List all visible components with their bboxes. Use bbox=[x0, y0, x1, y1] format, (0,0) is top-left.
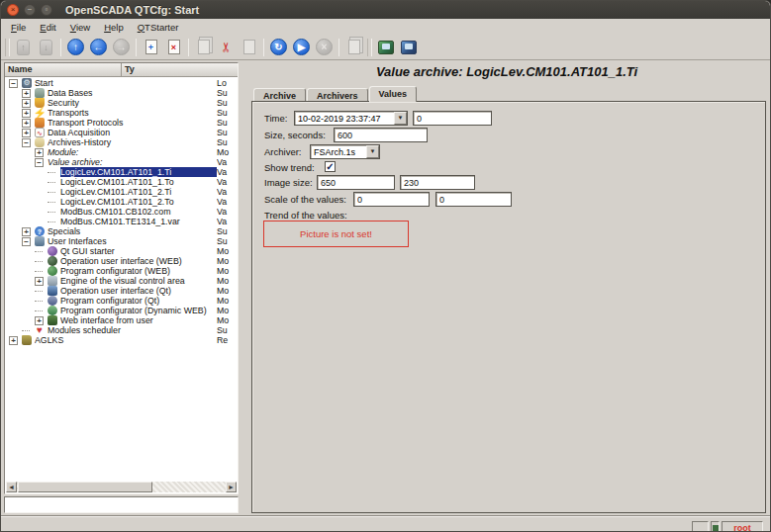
collapse-minus-icon[interactable]: − bbox=[9, 79, 18, 88]
size-seconds-label: Size, seconds: bbox=[264, 130, 326, 140]
time-dropdown[interactable]: 10-02-2019 23:37:47 ▼ bbox=[294, 111, 408, 126]
menu-file[interactable]: File bbox=[4, 21, 33, 34]
tree-item[interactable]: ModBus.CM101.CB102.comVa bbox=[5, 207, 238, 217]
scrollbar-thumb[interactable] bbox=[18, 482, 152, 492]
app-window: × − ▫ OpenSCADA QTCfg: Start FileEditVie… bbox=[0, 0, 771, 532]
tree-item-label: Module: bbox=[48, 147, 238, 157]
tab-values[interactable]: Values bbox=[369, 86, 418, 102]
tree-item[interactable]: +Module:Mo bbox=[5, 147, 238, 157]
image-height-field[interactable] bbox=[400, 175, 475, 190]
scroll-left-icon[interactable]: ◄ bbox=[6, 482, 17, 492]
tree-item[interactable]: +Transport ProtocolsSu bbox=[5, 118, 238, 128]
tree-connector bbox=[48, 212, 55, 213]
tree-item[interactable]: Program configurator (Qt)Mo bbox=[5, 296, 238, 306]
book-icon bbox=[348, 40, 360, 54]
tree-item[interactable]: Program configurator (Dynamic WEB)Mo bbox=[5, 306, 238, 315]
cut-item-button[interactable]: ✂ bbox=[215, 37, 238, 58]
menu-bar: FileEditViewHelpQTStarter bbox=[1, 19, 770, 35]
databases-icon bbox=[35, 88, 45, 98]
aglks-station-icon bbox=[22, 335, 32, 345]
archiver-dropdown[interactable]: FSArch.1s ▼ bbox=[310, 144, 380, 159]
collapse-minus-icon[interactable]: − bbox=[35, 158, 44, 167]
tree-header[interactable]: Name Ty bbox=[5, 63, 238, 77]
tab-archivers[interactable]: Archivers bbox=[307, 88, 368, 102]
tree-item[interactable]: +?SpecialsSu bbox=[5, 226, 238, 236]
tree-item[interactable]: +Engine of the visual control areaMo bbox=[5, 276, 238, 286]
tree-item[interactable]: Operation user interface (WEB)Mo bbox=[5, 256, 238, 266]
status-user[interactable]: root bbox=[722, 521, 763, 532]
maximize-button[interactable]: ▫ bbox=[41, 4, 52, 16]
specials-icon: ? bbox=[35, 226, 45, 236]
expand-plus-icon[interactable]: + bbox=[22, 99, 31, 108]
qtstarter-configurator-button[interactable] bbox=[397, 37, 420, 58]
title-bar[interactable]: × − ▫ OpenSCADA QTCfg: Start bbox=[1, 1, 770, 19]
time-extra-field[interactable] bbox=[413, 111, 492, 126]
expand-plus-icon[interactable]: + bbox=[22, 109, 31, 118]
qtstarter-operation-ui-button[interactable] bbox=[374, 37, 397, 58]
tree-item[interactable]: −Value archive:Va bbox=[5, 157, 238, 167]
tree-column-type[interactable]: Ty bbox=[122, 63, 238, 76]
up-level-button[interactable]: ↑ bbox=[64, 37, 87, 58]
tree-item[interactable]: +Data BasesSu bbox=[5, 88, 238, 98]
tree-item[interactable]: LogicLev.CM101.AT101_2.ToVa bbox=[5, 197, 238, 207]
image-width-field[interactable] bbox=[317, 175, 395, 190]
expand-plus-icon[interactable]: + bbox=[22, 227, 31, 236]
scale-min-field[interactable] bbox=[353, 192, 430, 207]
menu-edit[interactable]: Edit bbox=[33, 21, 62, 34]
refresh-button[interactable]: ↻ bbox=[267, 37, 290, 58]
tree-item[interactable]: ♥Modules schedulerSu bbox=[5, 325, 238, 335]
size-seconds-field[interactable] bbox=[334, 128, 428, 142]
expand-plus-icon[interactable]: + bbox=[22, 129, 31, 137]
expand-plus-icon[interactable]: + bbox=[9, 336, 18, 345]
tab-archive[interactable]: Archive bbox=[253, 88, 306, 102]
tree-item-label: ModBus.CM101.TE1314_1.var bbox=[60, 217, 238, 226]
tree-item[interactable]: +AGLKSRe bbox=[5, 335, 238, 345]
toolbar-grip[interactable] bbox=[5, 39, 10, 56]
back-button[interactable]: ← bbox=[87, 37, 110, 58]
toolbar-grip[interactable] bbox=[367, 39, 372, 56]
menu-qtstarter[interactable]: QTStarter bbox=[131, 21, 186, 34]
tree-item[interactable]: −Archives-HistorySu bbox=[5, 137, 238, 147]
tree-item[interactable]: −⚙StartLo bbox=[5, 78, 238, 88]
expand-plus-icon[interactable]: + bbox=[35, 277, 44, 286]
tree-column-name[interactable]: Name bbox=[5, 63, 122, 76]
menu-view[interactable]: View bbox=[63, 21, 97, 34]
add-item-button[interactable]: + bbox=[140, 37, 162, 58]
expand-plus-icon[interactable]: + bbox=[22, 119, 31, 128]
tree-item-type: Mo bbox=[217, 266, 238, 276]
tree-filter-input[interactable] bbox=[4, 496, 239, 513]
close-button[interactable]: × bbox=[7, 4, 19, 16]
tree-item[interactable]: +⚡TransportsSu bbox=[5, 108, 238, 118]
tree-item-type: Mo bbox=[217, 315, 238, 325]
minimize-button[interactable]: − bbox=[24, 4, 36, 16]
scroll-right-icon[interactable]: ► bbox=[226, 482, 237, 492]
tree-item[interactable]: −User InterfacesSu bbox=[5, 236, 238, 246]
toolbar-separator bbox=[263, 39, 264, 56]
collapse-minus-icon[interactable]: − bbox=[22, 237, 31, 246]
scale-max-field[interactable] bbox=[435, 192, 512, 207]
tree-item[interactable]: LogicLev.CM101.AT101_1.ToVa bbox=[5, 177, 238, 187]
show-trend-checkbox[interactable]: ✓ bbox=[325, 161, 336, 172]
menu-help[interactable]: Help bbox=[97, 21, 131, 34]
tree-item[interactable]: ModBus.CM101.TE1314_1.varVa bbox=[5, 217, 238, 226]
expand-plus-icon[interactable]: + bbox=[35, 148, 44, 157]
collapse-minus-icon[interactable]: − bbox=[22, 138, 31, 147]
chevron-down-icon[interactable]: ▼ bbox=[366, 145, 379, 158]
tree-item[interactable]: Program configurator (WEB)Mo bbox=[5, 266, 238, 276]
tree-horizontal-scrollbar[interactable]: ◄ ► bbox=[6, 482, 237, 492]
archives-icon bbox=[35, 137, 45, 147]
tree-item[interactable]: Qt GUI starterMo bbox=[5, 246, 238, 256]
tree-item[interactable]: LogicLev.CM101.AT101_1.TiVa bbox=[5, 167, 238, 177]
expand-plus-icon[interactable]: + bbox=[22, 89, 31, 98]
status-indicator-icon bbox=[711, 521, 720, 532]
toolbar-separator bbox=[188, 39, 189, 56]
chevron-down-icon[interactable]: ▼ bbox=[394, 112, 407, 125]
tree-item[interactable]: Operation user interface (Qt)Mo bbox=[5, 286, 238, 296]
start-periodic-update-button[interactable]: ▶ bbox=[290, 37, 313, 58]
tree-item[interactable]: LogicLev.CM101.AT101_2.TiVa bbox=[5, 187, 238, 197]
main-area: Name Ty −⚙StartLo+Data BasesSu+SecurityS… bbox=[1, 60, 770, 515]
tree-item[interactable]: +∿Data AcquisitionSu bbox=[5, 128, 238, 137]
tree-item-type: Su bbox=[217, 118, 238, 128]
tree-item-label: ModBus.CM101.CB102.com bbox=[60, 207, 238, 217]
delete-item-button[interactable]: × bbox=[162, 37, 185, 58]
